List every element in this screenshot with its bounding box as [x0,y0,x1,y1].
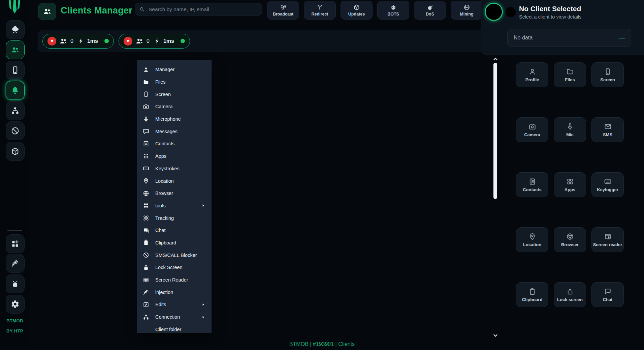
microphone-icon [566,123,574,130]
menu-item-microphone[interactable]: Microphone [137,113,211,125]
clipboard-icon [143,239,149,246]
no-data-bar[interactable]: No data — [507,29,631,47]
menu-item-keystrokes[interactable]: Keystrokes [137,163,211,175]
menu-item-injection[interactable]: injection [137,286,211,298]
button-label: Camera [524,132,540,137]
lock-icon [566,288,574,295]
files-button[interactable]: Files [554,62,586,87]
mic-button[interactable]: Mic [554,117,586,142]
network-nodes-icon [143,314,149,320]
search-input[interactable] [148,6,258,13]
header-actions: Broadcast Redirect Updates BOTS DoS Mini… [267,1,483,20]
menu-item-files[interactable]: Files [137,76,211,88]
redirect-button[interactable]: Redirect [304,1,336,20]
dos-button[interactable]: DoS [414,1,446,20]
sidebar-item-blocker[interactable] [6,121,25,140]
client-avatar-secondary [506,7,516,17]
menu-item-browser[interactable]: Browser [137,187,211,200]
lock-screen-button[interactable]: Lock screen [554,282,586,307]
menu-item-chat[interactable]: Chat [137,224,211,237]
menu-item-lock-screen[interactable]: Lock Screen [137,261,211,274]
screen-button[interactable]: Screen [591,62,624,87]
menu-item-manager[interactable]: Manager [137,63,211,76]
online-status-dot [104,39,109,43]
brand-line2: BY HTP [0,328,30,333]
folder-icon [566,68,574,76]
button-label: Browser [561,242,579,247]
sidebar-item-updates[interactable] [6,142,25,161]
mining-button[interactable]: Mining [451,1,483,20]
message-icon [143,128,149,135]
client-avatar[interactable] [485,3,503,21]
camera-button[interactable]: Camera [516,117,548,142]
chevron-up-icon[interactable] [492,55,499,63]
menu-item-label: Microphone [155,116,181,122]
keylogger-button[interactable]: Keylogger [591,172,624,197]
contact-book-icon [528,178,536,185]
menu-item-apps[interactable]: Apps [137,150,211,163]
button-label: Updates [348,12,365,17]
sidebar-item-cloud[interactable] [6,20,25,39]
server-status-pill-2[interactable]: 0 1ms [119,34,190,49]
menu-item-camera[interactable]: Camera [137,100,211,113]
button-label: Chat [603,297,613,302]
syringe-icon [143,289,149,295]
gear-icon [11,300,20,309]
sidebar-item-settings[interactable] [6,295,25,314]
menu-item-contacts[interactable]: Contacts [137,138,211,150]
menu-item-label: Camera [155,104,173,109]
menu-item-screen[interactable]: Screen [137,88,211,100]
location-button[interactable]: Location [516,227,548,252]
sidebar-item-notifications[interactable] [6,81,25,100]
syringe-icon [11,259,20,268]
grid-row: Contacts Apps Keylogger [516,172,624,197]
keyboard-icon [143,165,149,172]
profile-button[interactable]: Profile [516,62,548,87]
menu-item-label: Connection [155,314,180,320]
menu-item-label: Keystrokes [155,166,180,171]
sidebar-item-apps[interactable] [6,234,25,253]
menu-item-edits[interactable]: Edits [137,298,211,311]
menu-item-location[interactable]: Location [137,175,211,187]
contacts-button[interactable]: Contacts [516,172,548,197]
browser-button[interactable]: Browser [554,227,586,252]
browser-icon [566,233,574,240]
button-label: Files [565,77,575,82]
menu-item-screen-reader[interactable]: Screen Reader [137,274,211,286]
clients-count-icon [59,37,67,45]
screen-reader-button[interactable]: Screen reader [591,227,624,252]
chevron-down-icon[interactable] [492,332,499,339]
sidebar-item-android[interactable] [6,274,25,293]
server-status-pill-1[interactable]: 0 1ms [42,34,114,49]
sidebar-item-injection[interactable] [6,254,25,273]
robot-icon [390,4,397,11]
menu-item-client-folder[interactable]: Client folder [137,323,211,336]
people-icon [43,7,52,16]
lock-icon [143,264,149,271]
sidebar-item-clients[interactable] [6,40,25,59]
clipboard-button[interactable]: Clipboard [516,282,548,307]
broadcast-button[interactable]: Broadcast [267,1,299,20]
sidebar-item-device[interactable] [6,61,25,80]
sms-button[interactable]: SMS [591,117,624,142]
sidebar-item-network[interactable] [6,101,25,120]
menu-item-label: Manager [155,67,174,72]
android-icon [11,280,20,288]
chat-button[interactable]: Chat [591,282,624,307]
apps-button[interactable]: Apps [554,172,586,197]
menu-item-tracking[interactable]: Tracking [137,212,211,224]
menu-item-label: Chat [155,228,166,233]
button-label: Redirect [311,12,328,17]
updates-button[interactable]: Updates [341,1,373,20]
bots-button[interactable]: BOTS [377,1,409,20]
clients-manager-logo-button[interactable] [38,3,56,20]
scrollbar-thumb[interactable] [493,63,497,199]
menu-item-connection[interactable]: Connection [137,311,211,323]
menu-item-messages[interactable]: Messages [137,125,211,138]
button-label: Location [523,242,541,247]
submenu-arrow-icon [200,203,206,208]
menu-item-tools[interactable]: tools [137,200,211,212]
menu-item-sms-call-blocker[interactable]: SMS/CALL Blocker [137,249,211,261]
menu-item-clipboard[interactable]: Clipboard [137,237,211,249]
chat-icon [604,288,612,295]
